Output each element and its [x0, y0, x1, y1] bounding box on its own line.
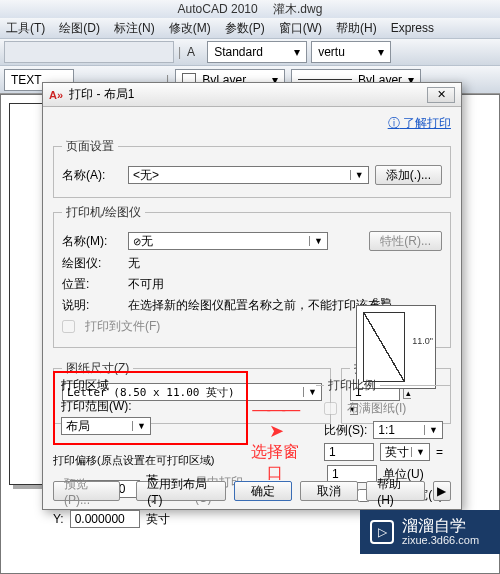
- ok-button[interactable]: 确定: [234, 481, 292, 501]
- page-setup-legend: 页面设置: [62, 138, 118, 155]
- plot-range-value: 布局: [66, 418, 90, 435]
- text-style-value: Standard: [214, 45, 263, 59]
- menu-express[interactable]: Express: [391, 21, 434, 35]
- preview-height: 11.0": [412, 336, 433, 346]
- printer-name-select[interactable]: ⊘ 无 ▼: [128, 232, 328, 250]
- menu-modify[interactable]: 修改(M): [169, 20, 211, 37]
- fit-label: 布满图纸(I): [347, 400, 406, 417]
- chevron-down-icon: ▾: [294, 45, 300, 59]
- plotter-label: 绘图仪:: [62, 255, 122, 272]
- offset-y-unit: 英寸: [146, 511, 170, 528]
- dim-style-select[interactable]: vertu ▾: [311, 41, 391, 63]
- menubar: 工具(T) 绘图(D) 标注(N) 修改(M) 参数(P) 窗口(W) 帮助(H…: [0, 18, 500, 38]
- watermark: ▷ 溜溜自学 zixue.3d66.com: [360, 510, 500, 554]
- toolbar-icons-1[interactable]: [4, 41, 174, 63]
- printer-group: 打印机/绘图仪 名称(M): ⊘ 无 ▼ 特性(R)... 绘图仪:无 位置:不…: [53, 204, 451, 348]
- scale-ratio-value: 1:1: [378, 423, 395, 437]
- fit-checkbox: [324, 402, 337, 415]
- app-title: AutoCAD 2010: [178, 2, 258, 16]
- preview-button[interactable]: 预览(P)...: [53, 481, 120, 501]
- info-icon: ⓘ: [388, 116, 400, 130]
- equals-label: =: [436, 445, 443, 459]
- printer-name-label: 名称(M):: [62, 233, 122, 250]
- learn-link[interactable]: ⓘ 了解打印: [53, 115, 451, 132]
- play-icon: ▷: [370, 520, 394, 544]
- dim-style-value: vertu: [318, 45, 345, 59]
- scale-legend: 打印比例: [324, 377, 380, 394]
- dialog-title: 打印 - 布局1: [69, 86, 134, 103]
- location-value: 不可用: [128, 276, 164, 293]
- printer-name-value: 无: [141, 233, 153, 250]
- titlebar: AutoCAD 2010 灌木.dwg: [0, 0, 500, 18]
- page-setup-group: 页面设置 名称(A): <无> ▼ 添加(.)...: [53, 138, 451, 198]
- to-file-label: 打印到文件(F): [85, 318, 160, 335]
- plotter-value: 无: [128, 255, 140, 272]
- learn-link-text: 了解打印: [403, 116, 451, 130]
- none-icon: ⊘: [133, 236, 141, 247]
- plot-area-highlight: 打印区域 打印范围(W): 布局 ▼: [53, 371, 248, 445]
- chevron-down-icon: ▼: [132, 421, 146, 431]
- location-label: 位置:: [62, 276, 122, 293]
- menu-draw[interactable]: 绘图(D): [59, 20, 100, 37]
- annotation-text: 选择窗口: [248, 442, 302, 484]
- plot-dialog: A» 打印 - 布局1 ✕ ⓘ 了解打印 页面设置 名称(A): <无> ▼ 添…: [42, 82, 462, 510]
- watermark-url: zixue.3d66.com: [402, 534, 479, 546]
- plot-range-select[interactable]: 布局 ▼: [61, 417, 151, 435]
- svg-text:A: A: [187, 45, 195, 59]
- menu-window[interactable]: 窗口(W): [279, 20, 322, 37]
- to-file-checkbox: [62, 320, 75, 333]
- scale-num-input[interactable]: [324, 443, 374, 461]
- file-name: 灌木.dwg: [273, 2, 322, 16]
- line-sample: [298, 79, 352, 80]
- chevron-down-icon: ▼: [411, 447, 425, 457]
- plot-area-legend: 打印区域: [61, 377, 240, 394]
- scale-ratio-label: 比例(S):: [324, 422, 367, 439]
- text-style-select[interactable]: Standard ▾: [207, 41, 307, 63]
- printer-props-button: 特性(R)...: [369, 231, 442, 251]
- layer-text-value: TEXT: [11, 73, 42, 87]
- help-button[interactable]: 帮助(H): [366, 481, 425, 501]
- expand-button[interactable]: ▶: [433, 481, 451, 501]
- preview-width: 8.5": [373, 296, 389, 306]
- menu-tools[interactable]: 工具(T): [6, 20, 45, 37]
- close-button[interactable]: ✕: [427, 87, 455, 103]
- menu-help[interactable]: 帮助(H): [336, 20, 377, 37]
- divider: |: [178, 45, 181, 59]
- menu-dimension[interactable]: 标注(N): [114, 20, 155, 37]
- scale-unit-value: 英寸: [385, 444, 409, 461]
- chevron-down-icon: ▼: [350, 170, 364, 180]
- cancel-button[interactable]: 取消: [300, 481, 358, 501]
- chevron-down-icon: ▼: [309, 236, 323, 246]
- offset-note: 打印偏移(原点设置在可打印区域): [53, 453, 248, 468]
- apply-layout-button[interactable]: 应用到布局(T): [136, 481, 226, 501]
- page-name-select[interactable]: <无> ▼: [128, 166, 369, 184]
- page-name-label: 名称(A):: [62, 167, 122, 184]
- page-name-value: <无>: [133, 167, 159, 184]
- dialog-titlebar[interactable]: A» 打印 - 布局1 ✕: [43, 83, 461, 107]
- plot-range-label: 打印范围(W):: [61, 398, 240, 415]
- menu-parametric[interactable]: 参数(P): [225, 20, 265, 37]
- offset-y-input[interactable]: [70, 510, 140, 528]
- text-style-icon[interactable]: A: [185, 43, 203, 61]
- annotation-arrow: ———➤: [248, 399, 302, 442]
- toolbar-styles: | A Standard ▾ vertu ▾: [0, 38, 500, 66]
- scale-ratio-select[interactable]: 1:1▼: [373, 421, 443, 439]
- offset-y-label: Y:: [53, 512, 64, 526]
- scale-unit-select[interactable]: 英寸▼: [380, 443, 430, 461]
- printer-legend: 打印机/绘图仪: [62, 204, 145, 221]
- app-logo-icon: A»: [49, 89, 63, 101]
- add-pagesetup-button[interactable]: 添加(.)...: [375, 165, 442, 185]
- watermark-name: 溜溜自学: [402, 518, 479, 534]
- chevron-down-icon: ▾: [378, 45, 384, 59]
- desc-label: 说明:: [62, 297, 122, 314]
- chevron-down-icon: ▼: [424, 425, 438, 435]
